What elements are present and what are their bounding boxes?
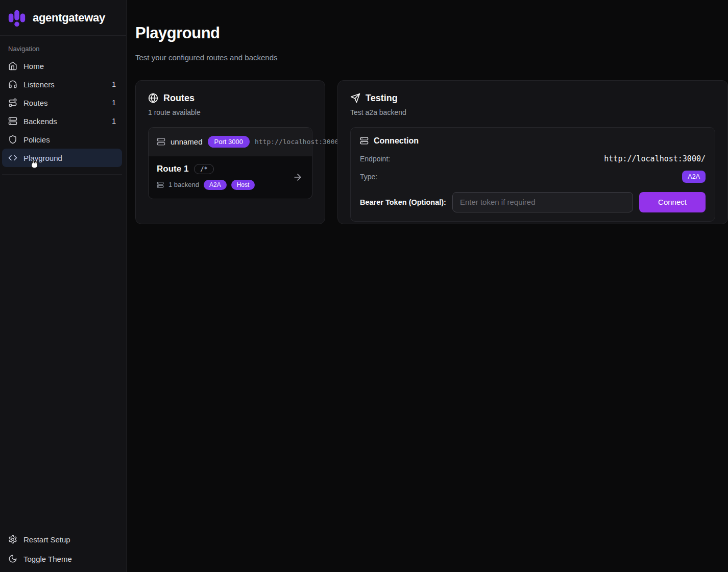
sidebar-item-label: Routes [23,99,106,107]
sidebar-item-count: 1 [112,99,116,107]
route-path-badge: /* [194,164,213,174]
route-name: Route 1 [157,164,188,174]
route-meta-row: 1 backend A2A Host [157,180,304,190]
endpoint-label: Endpoint: [360,155,390,163]
brand-header: agentgateway [0,0,126,36]
testing-card-title: Testing [366,93,398,104]
sidebar-item-home[interactable]: Home [2,57,122,75]
route-badge-a2a: A2A [204,180,227,190]
testing-card-subtitle: Test a2a backend [350,108,715,116]
sidebar-item-policies[interactable]: Policies [2,130,122,149]
sidebar-item-playground[interactable]: Playground [2,149,122,167]
restart-setup-button[interactable]: Restart Setup [2,530,122,549]
server-icon [157,137,165,146]
shield-icon [8,135,17,144]
server-icon [360,136,369,145]
gear-icon [8,535,17,544]
port-badge: Port 3000 [208,136,250,148]
type-row: Type: A2A [360,171,706,183]
routes-card-header: Routes [148,93,312,104]
toggle-theme-label: Toggle Theme [23,555,116,563]
listener-name: unnamed [171,137,203,146]
server-icon [157,181,164,188]
globe-icon [148,93,158,103]
nav-separator [2,174,122,175]
sidebar-item-label: Listeners [23,80,106,89]
routes-card-title: Routes [163,93,195,104]
toggle-theme-button[interactable]: Toggle Theme [2,550,122,568]
endpoint-value: http://localhost:3000/ [604,154,706,163]
connect-button[interactable]: Connect [639,192,706,212]
sidebar-item-routes[interactable]: Routes 1 [2,93,122,112]
brand-name: agentgateway [33,11,105,25]
route-title-row: Route 1 /* [157,164,304,174]
sidebar-item-label: Backends [23,117,106,126]
bearer-token-label: Bearer Token (Optional): [360,198,446,206]
listener-group: unnamed Port 3000 http://localhost:3000/… [148,127,312,199]
sidebar-item-label: Policies [23,135,110,144]
sidebar-item-backends[interactable]: Backends 1 [2,112,122,130]
arrow-right-icon [293,172,303,182]
sidebar-item-listeners[interactable]: Listeners 1 [2,75,122,93]
bearer-token-input[interactable] [452,192,633,212]
bearer-token-row: Bearer Token (Optional): Connect [360,192,706,212]
testing-card: Testing Test a2a backend Connection Endp… [337,80,728,224]
sidebar-item-label: Playground [23,154,110,162]
nav-section-label: Navigation [0,36,126,57]
route-list-item[interactable]: Route 1 /* 1 backend A2A Host [149,156,312,199]
route-backend-count: 1 backend [168,181,199,188]
connection-header: Connection [360,136,706,146]
page-subtitle: Test your configured routes and backends [135,53,728,62]
sidebar-item-label: Home [23,62,110,70]
code-icon [8,153,17,162]
moon-icon [8,554,17,563]
routes-card: Routes 1 route available unnamed Port 30… [135,80,325,224]
listener-row[interactable]: unnamed Port 3000 http://localhost:3000/ [149,128,312,156]
cards-row: Routes 1 route available unnamed Port 30… [135,80,728,224]
connection-title: Connection [374,136,419,146]
route-icon [8,98,17,107]
route-badge-host: Host [231,180,255,190]
testing-card-header: Testing [350,93,715,104]
type-label: Type: [360,173,377,181]
routes-card-subtitle: 1 route available [148,108,312,116]
main-content: Playground Test your configured routes a… [127,0,728,224]
connection-panel: Connection Endpoint: http://localhost:30… [350,127,715,222]
page-title: Playground [135,24,728,42]
sidebar: agentgateway Navigation Home Listeners 1… [0,0,127,572]
sidebar-item-count: 1 [112,117,116,125]
headphones-icon [8,80,17,89]
listener-url: http://localhost:3000/ [255,138,343,146]
server-icon [8,116,17,126]
home-icon [8,61,17,70]
type-badge: A2A [682,171,706,183]
endpoint-row: Endpoint: http://localhost:3000/ [360,154,706,163]
brand-logo-icon [7,8,27,28]
sidebar-item-count: 1 [112,80,116,88]
sidebar-footer: Restart Setup Toggle Theme [0,527,126,572]
restart-setup-label: Restart Setup [23,535,116,544]
send-icon [350,93,360,103]
nav-list: Home Listeners 1 Routes 1 Backends 1 [0,57,126,175]
